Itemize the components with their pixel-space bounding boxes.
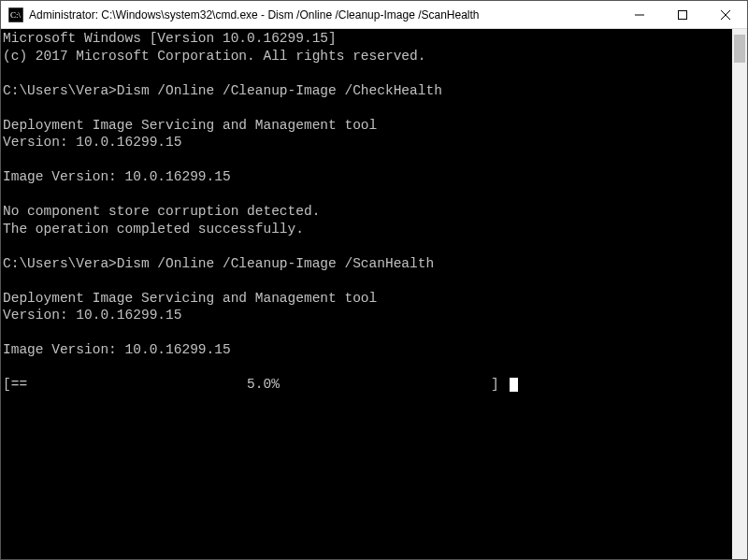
cursor-icon [510,378,518,392]
console-output[interactable]: Microsoft Windows [Version 10.0.16299.15… [1,29,732,559]
console-line: Deployment Image Servicing and Managemen… [3,118,377,133]
console-line: The operation completed successfully. [3,222,304,237]
titlebar[interactable]: C:\ Administrator: C:\Windows\system32\c… [1,1,747,29]
minimize-button[interactable] [618,1,661,29]
console-prompt-line: C:\Users\Vera>Dism /Online /Cleanup-Imag… [3,256,434,271]
vertical-scrollbar[interactable] [732,29,747,559]
console-line: No component store corruption detected. [3,204,320,219]
svg-text:C:\: C:\ [10,10,22,20]
console-line: Microsoft Windows [Version 10.0.16299.15… [3,31,337,46]
scroll-thumb[interactable] [734,35,745,63]
maximize-button[interactable] [661,1,704,29]
cmd-icon: C:\ [8,7,23,22]
console-area: Microsoft Windows [Version 10.0.16299.15… [1,29,747,559]
progress-line: [== 5.0% ] [3,377,508,392]
console-line: Deployment Image Servicing and Managemen… [3,291,377,306]
console-line: (c) 2017 Microsoft Corporation. All righ… [3,49,425,64]
console-line: Version: 10.0.16299.15 [3,135,181,150]
window-controls [618,1,747,28]
window-title: Administrator: C:\Windows\system32\cmd.e… [29,8,618,22]
close-button[interactable] [704,1,747,29]
console-line: Image Version: 10.0.16299.15 [3,169,231,184]
console-line: Version: 10.0.16299.15 [3,308,181,323]
console-prompt-line: C:\Users\Vera>Dism /Online /Cleanup-Imag… [3,83,442,98]
svg-rect-4 [679,11,687,20]
console-line: Image Version: 10.0.16299.15 [3,342,231,357]
